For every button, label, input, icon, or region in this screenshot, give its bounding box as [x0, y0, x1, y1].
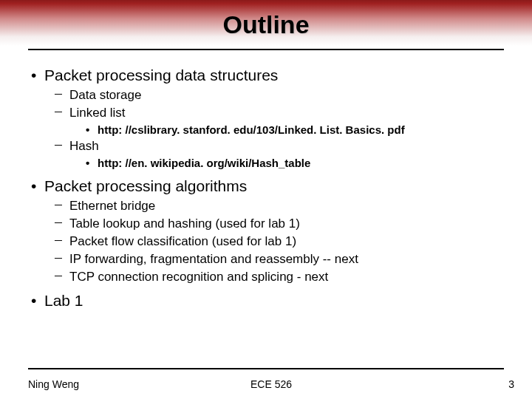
- bullet-level2: Table lookup and hashing (used for lab 1…: [28, 216, 504, 233]
- bullet-level2: Ethernet bridge: [28, 198, 504, 215]
- footer-author: Ning Weng: [28, 378, 79, 390]
- footer: Ning Weng ECE 526 3: [28, 378, 514, 390]
- bullet-level1: Lab 1: [28, 290, 504, 311]
- slide-title: Outline: [0, 0, 532, 39]
- bullet-level2: Linked list: [28, 105, 504, 122]
- bullet-level3: http: //en. wikipedia. org/wiki/Hash_tab…: [28, 156, 504, 171]
- bullet-level1: Packet processing data structures: [28, 65, 504, 86]
- header-band: Outline: [0, 0, 532, 46]
- footer-course: ECE 526: [250, 378, 292, 390]
- bullet-level1: Packet processing algorithms: [28, 176, 504, 197]
- bullet-level3: http: //cslibrary. stanford. edu/103/Lin…: [28, 123, 504, 137]
- footer-page-number: 3: [508, 378, 514, 390]
- bullet-level2: Data storage: [28, 87, 504, 104]
- slide-content: Packet processing data structures Data s…: [0, 50, 532, 311]
- bullet-level2: Hash: [28, 138, 504, 155]
- bullet-level2: IP forwarding, fragmentation and reassem…: [28, 251, 504, 268]
- bullet-level2: TCP connection recognition and splicing …: [28, 269, 504, 286]
- footer-divider: [28, 368, 504, 369]
- bullet-level2: Packet flow classification (used for lab…: [28, 233, 504, 250]
